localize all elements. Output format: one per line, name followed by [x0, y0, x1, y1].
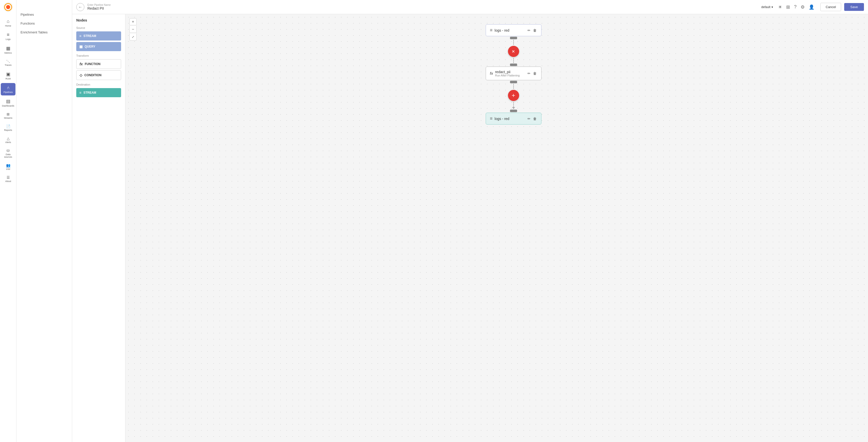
dest-node-icon: ≡ [490, 116, 493, 121]
function-node-actions: ✏ 🗑 [527, 71, 537, 76]
connector-2 [510, 58, 517, 67]
source-flow-node[interactable]: ≡ logs - red ✏ 🗑 [486, 24, 541, 36]
apps-icon[interactable]: ⊞ [785, 3, 791, 11]
function-node-content: redact_pii Run After Flattening [495, 70, 525, 77]
function-flow-node[interactable]: fx redact_pii Run After Flattening ✏ 🗑 [486, 67, 541, 80]
home-icon: ⌂ [7, 19, 10, 24]
node-function[interactable]: fx FUNCTION [76, 59, 121, 69]
sidebar-item-traces[interactable]: ⋱ Traces [1, 57, 16, 68]
function-node-edit-button[interactable]: ✏ [527, 71, 531, 76]
sidebar-item-rum[interactable]: ▣ RUM [1, 69, 16, 82]
theme-icon[interactable]: ☀ [777, 3, 783, 11]
main-area: ← Enter Pipeline Name default ▾ ☀ ⊞ ? ⚙ … [72, 0, 868, 442]
pipeline-header: ← Enter Pipeline Name default ▾ ☀ ⊞ ? ⚙ … [72, 0, 868, 14]
add-node-2-icon: + [512, 92, 515, 99]
sidebar-item-dashboards[interactable]: ▤ Dashboards [1, 97, 16, 109]
sidebar-item-logs[interactable]: ≡ Logs [1, 30, 16, 42]
dest-node-edit-button[interactable]: ✏ [527, 116, 531, 121]
source-node-content: logs - red [495, 28, 525, 32]
function-node-icon: fx [490, 71, 493, 75]
editor-area: Nodes Source ≡ STREAM ▦ QUERY Transform … [72, 14, 868, 442]
dest-node-delete-button[interactable]: 🗑 [532, 116, 537, 121]
destination-section-title: Destination [76, 83, 121, 86]
dest-node-title: logs - red [495, 117, 525, 121]
source-node-edit-button[interactable]: ✏ [527, 28, 531, 33]
dest-stream-icon: ≡ [79, 91, 81, 95]
pipeline-name-input[interactable] [87, 6, 138, 10]
transform-section-title: Transform [76, 54, 121, 57]
streams-icon: ⊞ [7, 112, 10, 116]
node-stream-source[interactable]: ≡ STREAM [76, 31, 121, 40]
save-button[interactable]: Save [844, 3, 864, 11]
dest-node-actions: ✏ 🗑 [527, 116, 537, 121]
fit-button[interactable]: ⤢ [129, 33, 136, 40]
back-button[interactable]: ← [76, 3, 84, 11]
sidebar-item-data-sources[interactable]: ⛁ Data sources [1, 146, 16, 160]
default-badge[interactable]: default ▾ [759, 4, 775, 10]
connector-handle-3 [510, 81, 517, 83]
zoom-out-button[interactable]: − [129, 26, 136, 33]
topbar-icons: default ▾ ☀ ⊞ ? ⚙ 👤 [759, 3, 817, 11]
logo[interactable] [3, 2, 13, 13]
logs-icon: ≡ [7, 32, 10, 37]
sidebar-item-alerts[interactable]: △ Alerts [1, 134, 16, 145]
connector-line-1 [513, 40, 514, 45]
add-node-button-1[interactable]: + [508, 46, 519, 57]
sidebar-item-home[interactable]: ⌂ Home [1, 17, 16, 29]
secondary-item-pipelines[interactable]: Pipelines [17, 10, 72, 19]
secondary-item-enrichment-tables[interactable]: Enrichment Tables [17, 28, 72, 37]
connector-handle-top [510, 37, 517, 39]
connector-arrow-4 [512, 107, 515, 109]
source-section-title: Source [76, 26, 121, 29]
zoom-in-button[interactable]: + [129, 18, 136, 25]
metrics-icon: ▦ [6, 45, 10, 51]
connector-handle-4 [510, 110, 517, 112]
sidebar-item-label: Home [5, 25, 11, 27]
cancel-button[interactable]: Cancel [820, 3, 841, 11]
connector-4 [510, 102, 517, 113]
connector-1 [510, 36, 517, 45]
condition-icon: ◇ [80, 73, 82, 77]
add-node-button-2[interactable]: + [508, 90, 519, 101]
svg-point-1 [6, 5, 10, 9]
help-icon[interactable]: ? [793, 3, 798, 11]
secondary-sidebar: Pipelines Functions Enrichment Tables [17, 0, 72, 442]
query-icon: ▦ [79, 44, 83, 48]
source-node-actions: ✏ 🗑 [527, 28, 537, 33]
sidebar-item-metrics[interactable]: ▦ Metrics [1, 43, 16, 56]
secondary-item-functions[interactable]: Functions [17, 19, 72, 28]
chevron-down-icon: ▾ [772, 5, 773, 9]
node-condition[interactable]: ◇ CONDITION [76, 70, 121, 80]
node-query-source[interactable]: ▦ QUERY [76, 42, 121, 51]
function-node-title: redact_pii [495, 70, 525, 74]
sidebar-item-streams[interactable]: ⊞ Streams [1, 110, 16, 121]
user-icon[interactable]: 👤 [808, 3, 815, 11]
data-sources-icon: ⛁ [7, 148, 10, 152]
iam-icon: 👥 [6, 163, 10, 167]
connector-line-3 [513, 84, 514, 89]
reports-icon: 📄 [6, 124, 10, 128]
nodes-panel: Nodes Source ≡ STREAM ▦ QUERY Transform … [72, 14, 125, 442]
function-node-delete-button[interactable]: 🗑 [532, 71, 537, 76]
sidebar-item-iam[interactable]: 👥 IAM [1, 161, 16, 172]
dashboards-icon: ▤ [6, 99, 10, 104]
pipeline-canvas: + − ⤢ ≡ logs - red ✏ 🗑 [125, 14, 868, 442]
source-node-title: logs - red [495, 28, 525, 32]
settings-icon[interactable]: ⚙ [800, 3, 806, 11]
pipeline-flow: ≡ logs - red ✏ 🗑 [486, 24, 541, 125]
source-node-delete-button[interactable]: 🗑 [532, 28, 537, 33]
function-node-subtitle: Run After Flattening [495, 74, 525, 77]
sidebar-item-about[interactable]: ☰ About [1, 173, 16, 184]
sidebar: ⌂ Home ≡ Logs ▦ Metrics ⋱ Traces ▣ RUM ⑃… [0, 0, 17, 442]
node-stream-destination[interactable]: ≡ STREAM [76, 88, 121, 97]
add-node-1-icon: + [510, 47, 517, 55]
sidebar-item-reports[interactable]: 📄 Reports [1, 122, 16, 133]
pipeline-name-placeholder: Enter Pipeline Name [87, 4, 138, 6]
about-icon: ☰ [7, 175, 10, 179]
nodes-panel-title: Nodes [76, 18, 121, 22]
pipeline-name-container: Enter Pipeline Name [87, 4, 138, 10]
sidebar-item-pipelines[interactable]: ⑃ Pipelines [1, 83, 16, 96]
destination-flow-node[interactable]: ≡ logs - red ✏ 🗑 [486, 113, 541, 125]
traces-icon: ⋱ [6, 59, 10, 63]
dest-node-content: logs - red [495, 117, 525, 121]
